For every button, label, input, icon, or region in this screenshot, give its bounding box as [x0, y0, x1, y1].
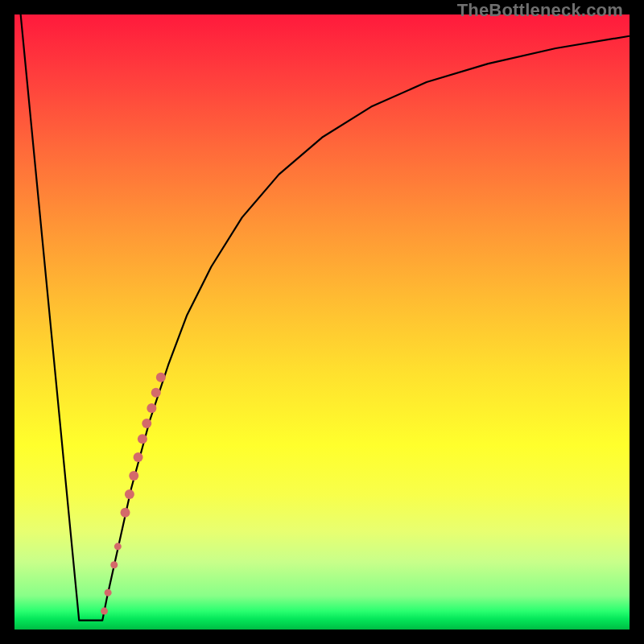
chart-stage: TheBottleneck.com: [0, 0, 644, 644]
bottleneck-curve: [21, 14, 630, 621]
highlight-marker: [105, 589, 112, 597]
plot-area: [14, 14, 630, 630]
highlight-marker: [156, 373, 166, 382]
highlight-marker: [125, 489, 134, 499]
highlight-marker: [101, 608, 108, 615]
highlight-marker: [110, 561, 118, 568]
watermark-text: TheBottleneck.com: [457, 0, 623, 21]
highlight-marker: [114, 543, 122, 550]
highlight-marker: [134, 452, 143, 462]
highlight-marker: [129, 471, 138, 481]
highlight-marker: [121, 508, 130, 518]
highlight-marker: [138, 434, 147, 444]
highlight-marker: [151, 388, 161, 398]
highlight-marker: [142, 419, 151, 428]
highlight-marker: [147, 403, 156, 413]
bottleneck-curve-plot: [14, 14, 630, 630]
